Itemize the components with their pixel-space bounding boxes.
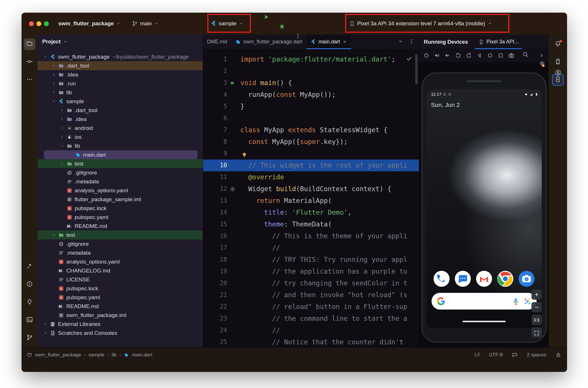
tree-row-swm-flutter-package[interactable]: swm_flutter_package~/kyulabs/swm_flutter… <box>38 52 203 61</box>
run-gutter-icon[interactable] <box>227 80 238 86</box>
code-line-17[interactable]: 17 // <box>203 242 419 254</box>
tab-dme-md[interactable]: DME.md <box>203 34 231 49</box>
code-line-19[interactable]: 19 // the application has a purple to <box>203 266 419 277</box>
tree-row-test[interactable]: test <box>38 231 203 239</box>
tree-row-pubspec-yaml[interactable]: Ypubspec.yaml <box>38 213 203 222</box>
activity-button-problems[interactable] <box>24 279 35 290</box>
gutter-line-15[interactable]: 15 <box>203 218 238 230</box>
notifications-bubble-icon[interactable] <box>511 351 518 358</box>
code-line-6[interactable]: 6 <box>203 112 419 124</box>
gutter-line-9[interactable]: 9 <box>203 148 238 160</box>
code-editor[interactable]: 1import 'package:flutter/material.dart';… <box>203 49 419 347</box>
mic-icon[interactable] <box>512 297 520 305</box>
activity-button-device-manager[interactable] <box>552 56 564 68</box>
gutter-line-11[interactable]: 11 <box>203 171 238 183</box>
code-line-8[interactable]: 8 const MyApp({super.key}); <box>203 136 419 148</box>
gutter-line-8[interactable]: 8 <box>203 136 238 148</box>
volume-down-button[interactable] <box>443 51 452 61</box>
encoding-widget[interactable]: UTF-8 <box>489 352 503 358</box>
code-line-24[interactable]: 24 // <box>203 324 419 336</box>
minimize-window-button[interactable] <box>36 21 41 26</box>
activity-button-git-branch[interactable] <box>24 332 35 344</box>
code-line-25[interactable]: 25 // Notice that the counter didn't <box>203 336 419 347</box>
code-line-23[interactable]: 23 // the command line to start the a <box>203 313 419 324</box>
device-selector[interactable]: Pixel 3a API 34 extension level 7 arm64-… <box>349 13 492 34</box>
zoom-out-button[interactable]: − <box>531 302 542 312</box>
tree-row-pubspec-lock[interactable]: Ypubspec.lock <box>38 204 203 213</box>
gutter-line-19[interactable]: 19 <box>203 266 238 277</box>
code-line-9[interactable]: 9 <box>203 148 419 160</box>
tree-row-license[interactable]: LICENSE <box>38 275 203 284</box>
gutter-line-25[interactable]: 25 <box>203 336 238 347</box>
tree-row-ios[interactable]: ios <box>38 132 203 141</box>
chevron-right-icon[interactable] <box>58 126 66 130</box>
editor-scrollbar[interactable] <box>415 54 418 84</box>
breadcrumb-item-sample[interactable]: sample <box>88 352 104 358</box>
gutter-line-5[interactable]: 5 <box>203 101 238 112</box>
camera-app-icon[interactable] <box>518 270 535 287</box>
gutter-line-7[interactable]: 7 <box>203 124 238 136</box>
screenshot-button[interactable] <box>506 51 516 61</box>
gutter-line-21[interactable]: 21 <box>203 289 238 301</box>
tab-main-dart[interactable]: main.dart <box>306 34 351 49</box>
chevron-right-icon[interactable] <box>58 161 66 166</box>
gutter-line-20[interactable]: 20 <box>203 277 238 289</box>
code-line-18[interactable]: 18 // TRY THIS: Try running your appl <box>203 254 419 266</box>
code-line-5[interactable]: 5} <box>203 101 419 112</box>
rotate-right-button[interactable] <box>464 51 474 61</box>
chevron-right-icon[interactable] <box>50 90 57 95</box>
line-separator-widget[interactable]: LF <box>475 352 480 358</box>
intention-bulb-icon[interactable] <box>241 150 248 157</box>
chevron-down-icon[interactable] <box>58 143 66 148</box>
tree-row-flutter-package-sample-iml[interactable]: flutter_package_sample.iml <box>38 195 203 204</box>
tab-swm-flutter-package-dart[interactable]: swm_flutter_package.dart <box>231 34 306 49</box>
tree-row-lib[interactable]: lib <box>38 88 203 97</box>
indent-widget[interactable]: 2 spaces <box>527 352 546 358</box>
chevron-right-icon[interactable] <box>58 135 66 139</box>
run-config-selector[interactable]: sample <box>210 13 243 34</box>
close-icon[interactable] <box>342 39 347 44</box>
tree-row-analysis-options-yaml[interactable]: Yanalysis_options.yaml <box>38 186 203 195</box>
google-lens-icon[interactable] <box>524 297 531 305</box>
code-line-16[interactable]: 16 // This is the theme of your appli <box>203 230 419 242</box>
tree-row-test[interactable]: test <box>38 159 203 168</box>
search-everywhere-button[interactable] <box>521 49 530 59</box>
gutter-line-18[interactable]: 18 <box>203 254 238 266</box>
code-line-4[interactable]: 4 runApp(const MyApp()); <box>203 89 419 101</box>
activity-button-services[interactable] <box>24 297 35 308</box>
volume-up-button[interactable] <box>432 51 442 61</box>
chevron-right-icon[interactable] <box>50 72 57 77</box>
readonly-toggle[interactable] <box>555 351 562 358</box>
gutter-line-22[interactable]: 22 <box>203 301 238 313</box>
tree-row-main-dart[interactable]: main.dart <box>38 150 203 159</box>
zoom-window-button[interactable] <box>44 21 49 26</box>
project-panel-header[interactable]: Project <box>38 34 203 49</box>
gmail-app-icon[interactable] <box>476 270 492 287</box>
fit-screen-button[interactable] <box>531 327 542 338</box>
code-line-11[interactable]: 11 @override <box>203 171 419 183</box>
close-window-button[interactable] <box>29 21 34 26</box>
tree-row-android[interactable]: android <box>38 124 203 132</box>
inspection-ok-icon[interactable] <box>406 54 413 61</box>
code-line-22[interactable]: 22 // reload" button in a Flutter-sup <box>203 301 419 313</box>
tree-row-scratches-and-consoles[interactable]: Scratches and Consoles <box>38 329 203 337</box>
google-search-bar[interactable] <box>432 293 537 310</box>
tree-row-pubspec-lock[interactable]: Ypubspec.lock <box>38 284 203 293</box>
chevron-right-icon[interactable] <box>58 117 66 122</box>
tree-row-readme-md[interactable]: M↓README.md <box>38 302 203 311</box>
tree-row-swm-flutter-package-iml[interactable]: swm_flutter_package.iml <box>38 311 203 320</box>
gutter-line-2[interactable]: 2 <box>203 65 238 77</box>
nav-overview-button[interactable] <box>496 51 506 61</box>
device-tab-pixel-3a[interactable]: Pixel 3a API... <box>475 34 522 49</box>
tree-row-external-libraries[interactable]: External Libraries <box>38 320 203 329</box>
gutter-line-13[interactable]: 13 <box>203 195 238 207</box>
tree-row--gitignore[interactable]: .gitignore <box>38 168 203 177</box>
chevron-down-icon[interactable] <box>42 54 49 59</box>
zoom-in-button[interactable]: + <box>531 289 542 300</box>
code-line-1[interactable]: 1import 'package:flutter/material.dart'; <box>203 53 419 65</box>
override-gutter-icon[interactable] <box>227 186 238 192</box>
chrome-app-icon[interactable] <box>497 270 514 287</box>
code-line-14[interactable]: 14 title: 'Flutter Demo', <box>203 207 419 218</box>
tree-row--run[interactable]: .run <box>38 79 203 88</box>
home-indicator[interactable] <box>463 321 506 322</box>
